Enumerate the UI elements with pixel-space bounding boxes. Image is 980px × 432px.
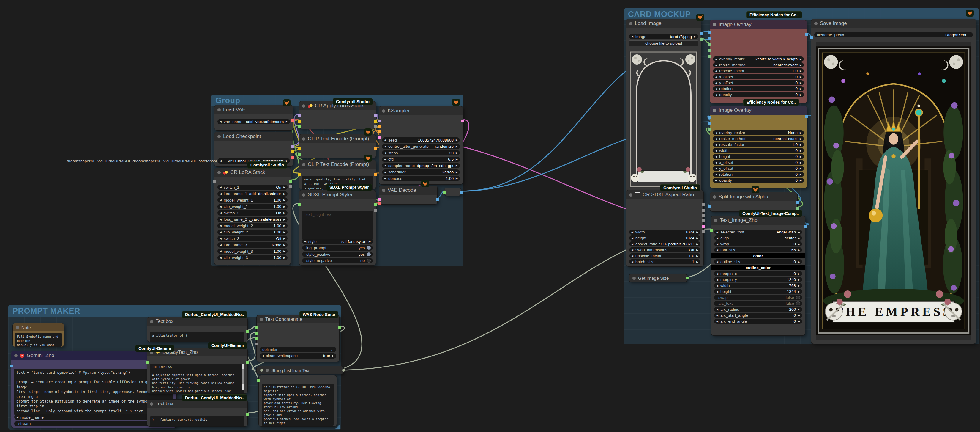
- widget-width[interactable]: ◀width1024▶: [629, 230, 700, 234]
- node-ksampler[interactable]: KSampler ◀seed1063572470038908▶◀control_…: [379, 107, 463, 184]
- slot-image-output[interactable]: [805, 115, 808, 118]
- node-sdxl-prompt-styler[interactable]: SDXL Prompt Styler text_negative ◀styles…: [299, 190, 376, 265]
- node-text-concatenate[interactable]: Text Concatenate delimiter,◀clean_whites…: [257, 315, 339, 362]
- slot-mask-output[interactable]: [700, 38, 703, 41]
- slot-reroute-input[interactable]: [443, 191, 446, 194]
- widget-resize-method[interactable]: ◀resize_methodnearest-exact▶: [713, 62, 804, 67]
- slot-clip-input[interactable]: [298, 120, 301, 123]
- widget-outline-size[interactable]: ◀outline_size0▶: [714, 259, 802, 264]
- widget-style[interactable]: ◀stylesai-fantasy art▶: [302, 239, 373, 244]
- widget-lora-name-2[interactable]: ◀lora_name_2tarot_card\tarot_card.safete…: [218, 217, 288, 222]
- widget-x-offset[interactable]: ◀x_offset0▶: [713, 74, 804, 80]
- node-vae-decode[interactable]: VAE Decode: [379, 186, 437, 204]
- slot-vae-output[interactable]: [291, 119, 294, 122]
- widget-steps[interactable]: ◀steps20▶: [382, 150, 460, 156]
- slot-image-output[interactable]: [700, 32, 703, 35]
- widget-clip-weight-2[interactable]: ◀clip_weight_21.00▶: [218, 230, 288, 235]
- slot-model-output[interactable]: [291, 145, 294, 148]
- slot-text-a-input[interactable]: [255, 327, 258, 330]
- widget-arc-text[interactable]: arc_textfalse: [714, 301, 802, 306]
- text-box-content[interactable]: ) , fantasy, darkart, gothic: [150, 416, 245, 426]
- widget-switch-1[interactable]: ◀switch_1On▶: [218, 185, 288, 190]
- widget-x-offset[interactable]: ◀x_offset0▶: [713, 160, 804, 165]
- slot-base-image-input[interactable]: [708, 31, 711, 34]
- node-title-bar[interactable]: Load Checkpoint: [215, 132, 293, 141]
- widget-arc-end-angle[interactable]: ◀arc_end_angle0▶: [714, 319, 802, 324]
- slot-image-output[interactable]: [805, 33, 808, 36]
- widget-overlay-resize[interactable]: ◀overlay_resizeResize to width & heigth▶: [713, 56, 804, 62]
- widget-seed[interactable]: ◀seed1063572470038908▶: [382, 137, 460, 143]
- slot-image-output[interactable]: [803, 225, 807, 228]
- slot-model-output[interactable]: [374, 115, 377, 118]
- widget-lora-name-3[interactable]: ◀lora_name_3None▶: [218, 242, 288, 248]
- widget-lora-name-1[interactable]: ◀lora_name_1add_detail.safetensors▶: [218, 191, 288, 196]
- slot-upscale-output[interactable]: [702, 214, 705, 217]
- widget-rotation[interactable]: ◀rotation0▶: [713, 172, 804, 177]
- widget-margin-x[interactable]: ◀margin_x0▶: [714, 271, 802, 276]
- node-cr-apply-lora-stack[interactable]: CR Apply LoRA Stack: [299, 101, 376, 129]
- node-title-bar[interactable]: CR LoRA Stack: [215, 168, 291, 177]
- widget-clip-weight-1[interactable]: ◀clip_weight_11.00▶: [218, 204, 288, 209]
- widget-opacity[interactable]: ◀opacity0▶: [713, 178, 804, 183]
- widget-log-prompt[interactable]: log_promptyes: [302, 245, 373, 251]
- slot-latent-image-input[interactable]: [377, 135, 380, 139]
- slot-overlay-image-input[interactable]: [708, 37, 711, 40]
- node-title-bar[interactable]: CLIP Text Encode (Prompt): [299, 134, 376, 143]
- widget-cfg[interactable]: ◀cfg6.5▶: [382, 157, 460, 162]
- widget-y-offset[interactable]: ◀y_offset0▶: [713, 80, 804, 85]
- slot-base-image-input[interactable]: [708, 116, 711, 119]
- slot-overlay-image-input[interactable]: [708, 122, 711, 125]
- slot-text-output[interactable]: [246, 361, 249, 363]
- slot-show-help-output[interactable]: [702, 230, 705, 233]
- slot-text-input[interactable]: [146, 361, 148, 363]
- slot-alpha-output[interactable]: [796, 207, 799, 210]
- slot-batch-output[interactable]: [702, 219, 705, 222]
- node-note[interactable]: Note Fill Symbolic name and decribe manu…: [13, 324, 64, 347]
- node-get-image-size[interactable]: Get Image Size: [629, 274, 687, 282]
- slot-positive-input[interactable]: [377, 125, 380, 128]
- widget-control-after-generate[interactable]: ◀control_after_generaterandomize▶: [382, 144, 460, 149]
- node-title-bar[interactable]: Note: [13, 324, 64, 331]
- widget-overlay-resize[interactable]: ◀overlay_resizeNone▶: [713, 130, 804, 135]
- node-title-bar[interactable]: CR SDXL Aspect Ratio: [626, 190, 703, 199]
- widget-rescale-factor[interactable]: ◀rescale_factor1.0▶: [713, 69, 804, 73]
- widget-align[interactable]: ◀aligncenter▶: [714, 236, 802, 241]
- node-title-bar[interactable]: Save Image: [811, 19, 976, 28]
- collapsed-output-dot[interactable]: [342, 369, 345, 371]
- note-text[interactable]: Fill Symbolic name and decribe manually …: [15, 333, 62, 347]
- node-title-bar[interactable]: Image Overlay: [710, 106, 807, 115]
- widget-clean-whitespace[interactable]: ◀clean_whitespacetrue▶: [259, 353, 336, 359]
- slot-height-output[interactable]: [702, 209, 705, 212]
- node-display-text-zho[interactable]: DisplayText_Zho THE EMPRESS A majestic e…: [147, 348, 247, 393]
- node-reroute[interactable]: [444, 188, 461, 196]
- node-image-overlay-1[interactable]: Image Overlay ◀overlay_resizeResize to w…: [710, 20, 807, 103]
- slot-text-d-input[interactable]: [255, 343, 258, 346]
- slot-text-input[interactable]: [710, 229, 713, 232]
- widget-scheduler[interactable]: ◀schedulerkarras▶: [382, 169, 460, 175]
- widget-height[interactable]: ◀height1024▶: [629, 236, 700, 241]
- node-string-list-from-text[interactable]: String List from Tex: [257, 366, 344, 374]
- node-cr-lora-stack[interactable]: CR LoRA Stack ◀switch_1On▶◀lora_name_1ad…: [215, 168, 291, 265]
- collapsed-output-dot[interactable]: [686, 276, 689, 279]
- widget-sampler-name[interactable]: ◀sampler_namedpmpp_2m_sde_gpu▶: [382, 163, 460, 168]
- node-image-overlay-2[interactable]: Image Overlay ◀overlay_resizeNone▶◀resiz…: [710, 106, 807, 188]
- slot-conditioning-output[interactable]: [374, 147, 377, 150]
- slot-show-help-output[interactable]: [374, 125, 377, 128]
- slot-lora-stack-input[interactable]: [213, 180, 216, 183]
- widget-selected-font[interactable]: ◀selected_fontAngel wish▶: [714, 230, 802, 234]
- slot-optional-mask-input[interactable]: [708, 128, 711, 131]
- node-string-result[interactable]: "a illustrator of (, THE EMPRESS\n\nA ma…: [259, 375, 337, 426]
- slot-image-input[interactable]: [708, 205, 711, 208]
- slot-negative-input[interactable]: [377, 130, 380, 133]
- widget-switch-2[interactable]: ◀switch_2On▶: [218, 210, 288, 215]
- widget-rescale-factor[interactable]: ◀rescale_factor1.0▶: [713, 142, 804, 147]
- widget-outline-color[interactable]: outline_color: [711, 265, 805, 270]
- slot-reroute-output[interactable]: [460, 191, 463, 194]
- widget-color[interactable]: color: [711, 253, 805, 258]
- widget-clip-weight-3[interactable]: ◀clip_weight_31.00▶: [218, 255, 288, 260]
- widget-upscale-factor[interactable]: ◀upscale_factor1.0▶: [629, 253, 700, 258]
- node-title-bar[interactable]: KSampler: [379, 107, 463, 115]
- slot-images-input[interactable]: [810, 36, 813, 39]
- slot-text-positive-output[interactable]: [374, 203, 377, 206]
- slot-text-b-input[interactable]: [255, 332, 258, 335]
